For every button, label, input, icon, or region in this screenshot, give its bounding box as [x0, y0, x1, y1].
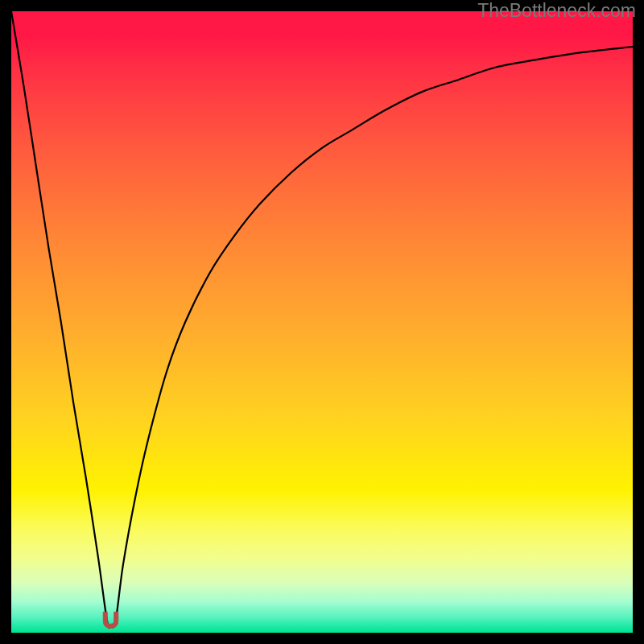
- curve-layer: [11, 11, 633, 633]
- plot-area: [11, 11, 633, 633]
- curve-path: [11, 11, 633, 628]
- attribution-text: TheBottleneck.com: [477, 0, 636, 22]
- trough-marker: [103, 612, 118, 628]
- chart-stage: TheBottleneck.com: [0, 0, 644, 644]
- bottleneck-curve: [11, 11, 633, 633]
